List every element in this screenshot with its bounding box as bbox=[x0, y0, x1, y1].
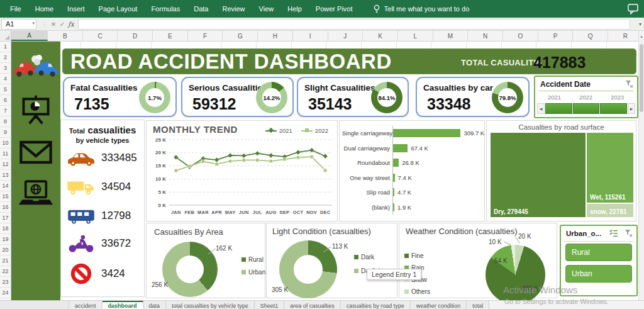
sheet-tab-casualties-by-road-type[interactable]: casualties by road type bbox=[341, 301, 411, 309]
kpi-card-slight[interactable]: Slight Casualities 35143 84.1% bbox=[297, 77, 409, 117]
area-donut-chart[interactable]: Casualties By Area 162 K 256 K Rural Urb… bbox=[146, 223, 265, 298]
row-header-19[interactable]: 19 bbox=[0, 234, 11, 245]
menu-page-layout[interactable]: Page Layout bbox=[99, 5, 138, 13]
enter-icon[interactable]: ✓ bbox=[58, 21, 67, 28]
row-header-7[interactable]: 7 bbox=[0, 106, 11, 116]
column-header-J[interactable]: J bbox=[328, 31, 364, 41]
menu-data[interactable]: Data bbox=[194, 5, 208, 13]
column-header-E[interactable]: E bbox=[153, 31, 188, 41]
cancel-icon[interactable]: ✕ bbox=[49, 21, 58, 28]
menu-power-pivot[interactable]: Power Pivot bbox=[316, 5, 353, 13]
select-all-corner[interactable] bbox=[0, 31, 11, 41]
row-header-13[interactable]: 13 bbox=[0, 170, 11, 181]
menu-insert[interactable]: Insert bbox=[67, 5, 85, 13]
comment-icon[interactable] bbox=[628, 4, 639, 14]
row-header-5[interactable]: 5 bbox=[0, 84, 11, 95]
column-header-L[interactable]: L bbox=[398, 31, 433, 41]
menu-help[interactable]: Help bbox=[287, 5, 302, 13]
accident-date-timeline[interactable]: Accident Date 202120222023 ◀ ▶ bbox=[534, 76, 638, 118]
column-header-H[interactable]: H bbox=[258, 31, 293, 41]
menu-file[interactable]: File bbox=[10, 5, 21, 13]
slicer-item-rural[interactable]: Rural bbox=[565, 244, 632, 261]
timeline-right-arrow[interactable]: ▶ bbox=[628, 103, 635, 114]
row-header-6[interactable]: 6 bbox=[0, 95, 11, 106]
multi-select-icon[interactable] bbox=[609, 229, 618, 237]
timeline-segment-2023[interactable] bbox=[600, 103, 627, 114]
column-header-K[interactable]: K bbox=[363, 31, 398, 41]
formula-bar-expand-icon[interactable]: ▾ bbox=[639, 21, 641, 27]
row-header-23[interactable]: 23 bbox=[0, 277, 11, 288]
slicer-item-urban[interactable]: Urban bbox=[565, 265, 632, 283]
dashboard-title: ROAD ACCIDENT DASHBOARD bbox=[70, 50, 392, 74]
column-header-G[interactable]: G bbox=[223, 31, 258, 41]
column-header-P[interactable]: P bbox=[538, 31, 574, 41]
sheet-tab-total[interactable]: total bbox=[467, 301, 489, 309]
row-header-11[interactable]: 11 bbox=[0, 149, 11, 159]
name-box[interactable]: A1 ▾ bbox=[1, 19, 36, 30]
timeline-segment-2022[interactable] bbox=[573, 103, 600, 114]
column-header-O[interactable]: O bbox=[503, 31, 538, 41]
road-surface-treemap[interactable]: Casualties by road surface Dry, 279445 W… bbox=[486, 120, 636, 222]
svg-text:OCT: OCT bbox=[293, 210, 304, 215]
column-header-B[interactable]: B bbox=[48, 31, 83, 41]
row-header-14[interactable]: 14 bbox=[0, 181, 11, 191]
menu-home[interactable]: Home bbox=[35, 5, 53, 13]
row-header-15[interactable]: 15 bbox=[0, 191, 11, 202]
column-header-N[interactable]: N bbox=[468, 31, 503, 41]
bar-value: 4.7 K bbox=[397, 189, 411, 196]
row-header-17[interactable]: 17 bbox=[0, 213, 11, 223]
sheet-tab-data[interactable]: data bbox=[143, 301, 167, 309]
kpi-value: 33348 bbox=[427, 95, 471, 113]
row-header-18[interactable]: 18 bbox=[0, 223, 11, 234]
row-header-1[interactable]: 1 bbox=[0, 42, 11, 52]
row-header-9[interactable]: 9 bbox=[0, 127, 11, 138]
row-header-3[interactable]: 3 bbox=[0, 63, 11, 74]
column-header-Q[interactable]: Q bbox=[573, 31, 608, 41]
menu-review[interactable]: Review bbox=[222, 5, 245, 13]
tell-me-box[interactable]: Tell me what you want to do bbox=[373, 4, 470, 14]
road-type-chart[interactable]: Single carriageway309.7 KDual carriagewa… bbox=[339, 120, 485, 222]
name-box-dropdown-icon[interactable]: ▾ bbox=[32, 21, 35, 26]
menu-formulas[interactable]: Formulas bbox=[151, 5, 180, 13]
sheet-tab-dashboard[interactable]: dashboard bbox=[103, 301, 143, 309]
row-header-10[interactable]: 10 bbox=[0, 138, 11, 149]
timeline-segment-2021[interactable] bbox=[545, 103, 572, 114]
insert-function-icon[interactable]: ƒx bbox=[67, 21, 75, 28]
column-header-M[interactable]: M bbox=[433, 31, 469, 41]
sheet-tab-area-of-casualties[interactable]: area of casualties bbox=[284, 301, 341, 309]
column-header-C[interactable]: C bbox=[83, 31, 118, 41]
column-header-F[interactable]: F bbox=[188, 31, 223, 41]
row-header-2[interactable]: 2 bbox=[0, 52, 11, 63]
column-header-D[interactable]: D bbox=[118, 31, 153, 41]
no-entry-icon bbox=[66, 263, 96, 284]
vertical-scrollbar[interactable] bbox=[638, 42, 644, 300]
kpi-card-car[interactable]: Casualties by car 33348 79.8% bbox=[416, 77, 530, 117]
scroll-up-icon[interactable]: ▲ bbox=[638, 31, 644, 42]
clear-filter-icon[interactable] bbox=[625, 80, 633, 88]
row-header-20[interactable]: 20 bbox=[0, 245, 11, 256]
row-header-8[interactable]: 8 bbox=[0, 116, 11, 127]
sheet-tab-Sheet1[interactable]: Sheet1 bbox=[255, 301, 285, 309]
row-header-16[interactable]: 16 bbox=[0, 202, 11, 213]
kpi-card-serious[interactable]: Serious Casualities 59312 14.2% bbox=[181, 77, 294, 117]
column-header-A[interactable]: A bbox=[11, 31, 48, 41]
formula-input[interactable] bbox=[78, 19, 630, 30]
row-header-12[interactable]: 12 bbox=[0, 159, 11, 170]
monthly-trend-chart[interactable]: MONTHLY TREND 2021 2022 0 K5 K10 K15 K20… bbox=[146, 120, 338, 222]
bar-row-4: Slip road4.7 K bbox=[342, 185, 482, 200]
light-condition-chart[interactable]: Light Condition (casualties) 113 K 305 K… bbox=[266, 223, 397, 298]
sheet-tab-accident[interactable]: accident bbox=[69, 301, 103, 309]
sheet-tab-total-casualties-by-vehicle-type[interactable]: total casualties by vehicle type bbox=[166, 301, 255, 309]
column-header-I[interactable]: I bbox=[293, 31, 328, 41]
scrollbar-thumb[interactable] bbox=[640, 44, 643, 112]
row-header-4[interactable]: 4 bbox=[0, 74, 11, 84]
clear-filter-icon[interactable] bbox=[625, 229, 633, 237]
timeline-left-arrow[interactable]: ◀ bbox=[537, 103, 545, 114]
sheet-tab-weather-condition[interactable]: weather condition bbox=[411, 301, 467, 309]
row-header-21[interactable]: 21 bbox=[0, 256, 11, 266]
kpi-card-fatal[interactable]: Fatal Casualities 7135 1.7% bbox=[63, 77, 177, 117]
row-header-24[interactable]: 24 bbox=[0, 288, 11, 298]
ribbon: FileHomeInsertPage LayoutFormulasDataRev… bbox=[0, 0, 644, 18]
row-header-22[interactable]: 22 bbox=[0, 266, 11, 277]
menu-view[interactable]: View bbox=[259, 5, 274, 13]
